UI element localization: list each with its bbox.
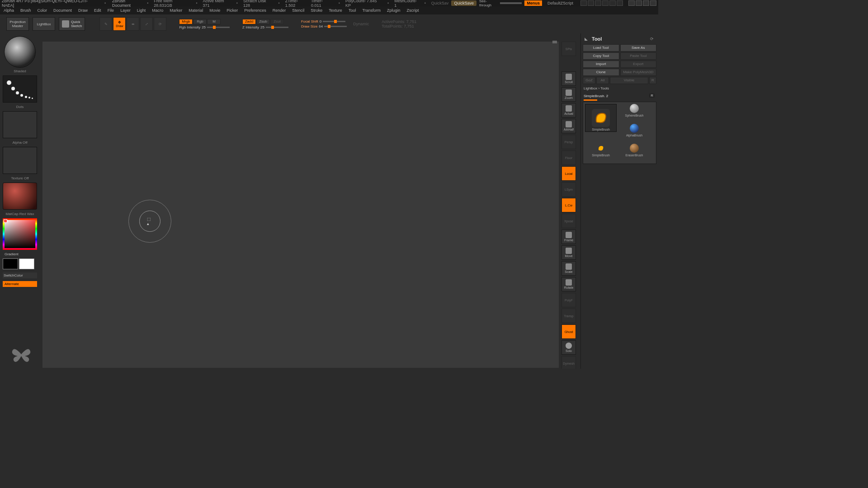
m-button[interactable]: M <box>207 19 221 24</box>
menu-document[interactable]: Document <box>53 8 72 13</box>
menu-draw[interactable]: Draw <box>78 8 88 13</box>
menu-tool[interactable]: Tool <box>349 8 356 13</box>
zadd-button[interactable]: Zadd <box>242 19 256 24</box>
color-handle[interactable] <box>4 219 7 223</box>
side-lsym[interactable]: LSym <box>561 182 576 197</box>
side-frame[interactable]: Frame <box>561 230 576 244</box>
goz-visible-button[interactable]: Visible <box>610 77 648 84</box>
menu-edit[interactable]: Edit <box>94 8 101 13</box>
side-transp[interactable]: Transp <box>561 309 576 323</box>
stroke-selector[interactable] <box>3 75 37 103</box>
quicksketch-button[interactable]: Quick Sketch <box>59 17 85 31</box>
projection-master-button[interactable]: Projection Master <box>6 17 29 31</box>
copy-tool-button[interactable]: Copy Tool <box>583 52 619 60</box>
menu-render[interactable]: Render <box>273 8 286 13</box>
side-rotate[interactable]: Rotate <box>561 277 576 291</box>
load-tool-button[interactable]: Load Tool <box>583 44 619 52</box>
menu-movie[interactable]: Movie <box>209 8 220 13</box>
side-local[interactable]: Local <box>561 166 576 181</box>
scale-button[interactable]: ⤢ <box>140 17 153 31</box>
goz-all-button[interactable]: All <box>596 77 609 84</box>
import-button[interactable]: Import <box>583 61 619 68</box>
side-zoom[interactable]: Zoom <box>561 87 576 102</box>
default-zscript[interactable]: DefaultZScript <box>545 1 576 5</box>
menu-zplugin[interactable]: Zplugin <box>387 8 401 13</box>
side-move[interactable]: Move <box>561 245 576 260</box>
side-lcw[interactable]: L.Cw <box>561 198 576 212</box>
tool-r-badge[interactable]: R <box>649 94 655 98</box>
menu-marker[interactable]: Marker <box>170 8 182 13</box>
tool-tab[interactable]: Tool <box>589 35 604 42</box>
minimize-icon[interactable] <box>628 0 635 6</box>
menu-transform[interactable]: Transform <box>362 8 381 13</box>
goz-r-button[interactable]: R <box>649 77 656 84</box>
rgb-button[interactable]: Rgb <box>193 19 207 24</box>
zcut-button[interactable]: Zcut <box>270 19 284 24</box>
menu-stencil[interactable]: Stencil <box>292 8 304 13</box>
side-dymesh[interactable]: Dymesh <box>561 356 576 369</box>
clone-button[interactable]: Clone <box>583 69 619 76</box>
side-xpose[interactable]: Xpose <box>561 214 576 228</box>
save-as-button[interactable]: Save As <box>620 44 657 52</box>
side-scroll[interactable]: Scroll <box>561 71 576 86</box>
swatch-secondary[interactable] <box>3 258 18 269</box>
draw-size-slider[interactable]: Draw Size 64 <box>301 24 347 28</box>
rgb-intensity-slider[interactable]: Rgb Intensity 25 <box>179 25 230 29</box>
zlayout1-icon[interactable] <box>595 0 601 6</box>
menu-color[interactable]: Color <box>38 8 47 13</box>
side-persp[interactable]: Persp <box>561 135 576 149</box>
rotate-button[interactable]: ⟳ <box>154 17 166 31</box>
menu-preferences[interactable]: Preferences <box>244 8 266 13</box>
seethrough-slider[interactable]: See-through <box>479 0 522 7</box>
menu-stroke[interactable]: Stroke <box>311 8 322 13</box>
menu-macro[interactable]: Macro <box>152 8 163 13</box>
color-picker[interactable] <box>3 218 37 250</box>
side-aahalf[interactable]: AAHalf <box>561 119 576 133</box>
paste-tool-button[interactable]: Paste Tool <box>620 52 657 60</box>
menu-alpha[interactable]: Alpha <box>4 8 14 13</box>
close-icon[interactable] <box>650 0 656 6</box>
maximize-icon[interactable] <box>636 0 642 6</box>
zlayout4-icon[interactable] <box>617 0 623 6</box>
menu-light[interactable]: Light <box>137 8 146 13</box>
make-polymesh-button[interactable]: Make PolyMesh3D <box>620 69 657 76</box>
side-actual[interactable]: Actual <box>561 103 576 117</box>
zlayout2-icon[interactable] <box>602 0 609 6</box>
side-polyf[interactable]: PolyF <box>561 293 576 307</box>
panel-pin-icon[interactable]: ◣ <box>583 37 589 41</box>
menu-brush[interactable]: Brush <box>20 8 31 13</box>
tool-thumb-current[interactable]: SimpleBrush <box>585 104 617 132</box>
quicksave-button[interactable]: QuickSave <box>451 0 476 6</box>
zsub-button[interactable]: Zsub <box>256 19 270 24</box>
draw-button[interactable]: ✥Draw <box>113 17 126 31</box>
swatch-primary[interactable] <box>19 258 34 269</box>
brush-preview[interactable] <box>4 36 36 68</box>
tool-thumb-alpha[interactable]: AlphaBrush <box>618 124 650 142</box>
menu-file[interactable]: File <box>108 8 114 13</box>
menus-toggle[interactable]: Menus <box>524 0 542 6</box>
tool-thumb-simple[interactable]: SimpleBrush <box>585 144 617 162</box>
material-selector[interactable] <box>3 183 37 210</box>
side-solo[interactable]: Solo <box>561 340 576 355</box>
doc-scrollbar[interactable] <box>552 41 557 43</box>
side-scale[interactable]: Scale <box>561 261 576 276</box>
export-button[interactable]: Export <box>620 61 657 68</box>
lightbox-button[interactable]: LightBox <box>33 17 55 31</box>
side-spix[interactable]: SPix <box>561 42 576 56</box>
alternate-button[interactable]: Alternate <box>3 281 37 287</box>
help-icon[interactable] <box>643 0 649 6</box>
gradient-label[interactable]: Gradient <box>2 252 38 256</box>
tool-thumb-eraser[interactable]: EraserBrush <box>618 144 650 162</box>
texture-selector[interactable] <box>3 147 37 174</box>
switch-color-button[interactable]: SwitchColor <box>3 272 37 278</box>
alpha-selector[interactable] <box>3 111 37 138</box>
zlayout3-icon[interactable] <box>609 0 616 6</box>
zbridge-icon[interactable] <box>588 0 594 6</box>
menu-texture[interactable]: Texture <box>329 8 342 13</box>
move-button[interactable]: ⬌ <box>127 17 139 31</box>
panel-collapse-icon[interactable]: ⟳ <box>650 37 656 41</box>
side-floor[interactable]: Floor <box>561 150 576 165</box>
viewport[interactable]: ⬚▴ <box>42 42 559 368</box>
mrgb-button[interactable]: Mrgb <box>179 19 193 24</box>
menu-material[interactable]: Material <box>189 8 203 13</box>
